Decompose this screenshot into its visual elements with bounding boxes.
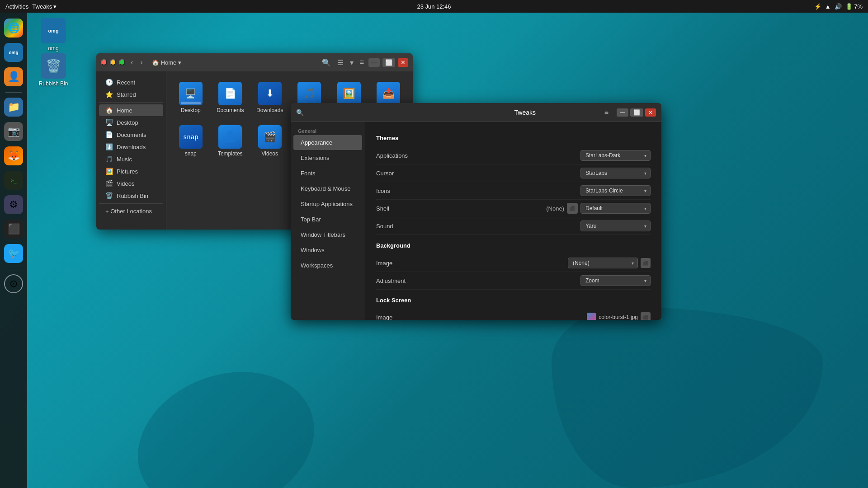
sidebar-item-home[interactable]: 🏠 Home (99, 104, 163, 116)
dock-item-camera[interactable]: 📷 (3, 121, 24, 142)
file-item-templates[interactable]: 👤 Templates (213, 122, 248, 160)
dock-item-omg[interactable]: omg (3, 42, 24, 63)
icons-dropdown-arrow: ▾ (644, 188, 646, 193)
sidebar-item-rubbish-bin[interactable]: 🗑️ Rubbish Bin (99, 190, 163, 202)
sound-theme-dropdown[interactable]: Yaru ▾ (580, 221, 651, 231)
music-sidebar-icon: 🎵 (105, 155, 113, 163)
file-item-desktop[interactable]: 🖥️ Desktop (173, 78, 208, 117)
sidebar-item-music[interactable]: 🎵 Music (99, 153, 163, 165)
shell-icon-button[interactable]: ⬛ (567, 203, 578, 214)
sidebar-item-other-locations[interactable]: + Other Locations (99, 206, 163, 217)
tweaks-maximize-btn[interactable]: ⬜ (630, 108, 643, 117)
lock-screen-image-picker-button[interactable]: ⬛ (641, 312, 651, 320)
sound-theme-label: Sound (376, 223, 393, 230)
dock-item-twitter[interactable]: 🐦 (3, 243, 24, 264)
pictures-sidebar-label: Pictures (117, 168, 138, 175)
app-menu-button[interactable]: Tweaks ▾ (32, 3, 57, 10)
sidebar-item-documents[interactable]: 📄 Documents (99, 129, 163, 141)
tweaks-sidebar-item-window-titlebars[interactable]: Window Titlebars (293, 227, 362, 242)
music-sidebar-label: Music (117, 156, 132, 163)
tweaks-sidebar: General Appearance Extensions Fonts Keyb… (291, 122, 365, 320)
file-item-videos[interactable]: 🎬 Videos (252, 122, 288, 160)
icons-theme-row: Icons StarLabs-Circle ▾ (376, 182, 651, 200)
dock-item-firefox[interactable]: 🦊 (3, 145, 24, 167)
window-minimize-btn[interactable]: — (368, 58, 380, 67)
sidebar-item-recent[interactable]: 🕐 Recent (99, 76, 163, 88)
avatar-dock-icon: 👤 (4, 67, 23, 86)
cursor-theme-label: Cursor (376, 170, 394, 177)
tweaks-menu-button[interactable]: ≡ (604, 108, 609, 117)
breadcrumb-arrow: ▾ (178, 59, 181, 66)
minimize-button[interactable]: - (110, 59, 116, 66)
sidebar-item-downloads[interactable]: ⬇️ Downloads (99, 141, 163, 153)
desktop-icon-omg[interactable]: omg omg (35, 18, 71, 52)
background-adjustment-dropdown[interactable]: Zoom ▾ (580, 275, 651, 286)
titlebar-actions: 🔍 ☰ ▾ ≡ — ⬜ ✕ (320, 57, 408, 68)
maximize-button[interactable]: + (119, 59, 125, 66)
datetime-label: 23 Jun 12:46 (417, 3, 451, 10)
tweaks-sidebar-item-startup-applications[interactable]: Startup Applications (293, 197, 362, 211)
desktop-icon-rubbish-bin[interactable]: 🗑️ Rubbish Bin (35, 53, 71, 87)
view-dropdown-button[interactable]: ▾ (348, 57, 355, 68)
background-adjustment-value: Zoom (585, 277, 599, 284)
rubbish-bin-sidebar-label: Rubbish Bin (117, 192, 148, 199)
applications-theme-dropdown[interactable]: StarLabs-Dark ▾ (580, 150, 651, 161)
dock-item-terminal[interactable]: >_ (3, 169, 24, 191)
sidebar-item-pictures[interactable]: 🖼️ Pictures (99, 165, 163, 177)
sidebar-item-starred[interactable]: ⭐ Starred (99, 89, 163, 100)
pictures-folder-icon: 🖼️ (337, 82, 361, 105)
tweaks-sidebar-item-top-bar[interactable]: Top Bar (293, 212, 362, 227)
shell-theme-dropdown[interactable]: Default ▾ (580, 203, 651, 214)
tweaks-sidebar-item-workspaces[interactable]: Workspaces (293, 258, 362, 273)
dock-item-launcher[interactable]: ⬛ (3, 218, 24, 240)
cursor-theme-dropdown[interactable]: StarLabs ▾ (580, 168, 651, 178)
public-folder-icon: 📤 (377, 82, 400, 105)
close-button[interactable]: × (101, 59, 107, 66)
activities-button[interactable]: Activities (5, 3, 28, 10)
tweaks-sidebar-item-extensions[interactable]: Extensions (293, 150, 362, 165)
documents-folder-label: Documents (217, 107, 244, 113)
desktop-folder-icon: 🖥️ (179, 82, 203, 105)
dock-item-tweaks[interactable]: ⚙ (3, 194, 24, 216)
back-button[interactable]: ‹ (129, 57, 135, 67)
file-item-downloads[interactable]: ⬇ Downloads (252, 78, 288, 117)
dock-item-apps[interactable]: ⊙ (3, 273, 24, 295)
view-toggle-button[interactable]: ☰ (335, 57, 345, 68)
files-dock-icon: 📁 (4, 98, 23, 117)
documents-folder-icon: 📄 (218, 82, 242, 105)
dock-item-chrome[interactable]: 🌐 (3, 17, 24, 39)
extensions-label: Extensions (301, 155, 330, 161)
window-close-btn[interactable]: ✕ (398, 58, 408, 67)
forward-button[interactable]: › (138, 57, 144, 67)
tweaks-minimize-btn[interactable]: — (617, 108, 628, 117)
breadcrumb-home-label: Home (161, 59, 177, 66)
rubbish-bin-desktop-label: Rubbish Bin (39, 80, 68, 87)
background-image-picker-button[interactable]: ⬛ (641, 258, 651, 268)
sidebar-item-desktop[interactable]: 🖥️ Desktop (99, 117, 163, 128)
dock-item-avatar[interactable]: 👤 (3, 66, 24, 88)
icons-theme-dropdown[interactable]: StarLabs-Circle ▾ (580, 185, 651, 196)
pictures-sidebar-icon: 🖼️ (105, 168, 113, 175)
tweaks-sidebar-item-fonts[interactable]: Fonts (293, 166, 362, 181)
window-maximize-btn[interactable]: ⬜ (382, 58, 395, 67)
applications-dropdown-arrow: ▾ (644, 153, 646, 158)
tweaks-close-btn[interactable]: ✕ (645, 108, 656, 117)
dock-item-files[interactable]: 📁 (3, 96, 24, 118)
appearance-label: Appearance (301, 139, 332, 146)
background-image-value: (None) (573, 260, 590, 266)
tweaks-sidebar-item-appearance[interactable]: Appearance (293, 135, 362, 150)
launcher-dock-icon: ⬛ (4, 220, 23, 239)
file-item-snap[interactable]: snap snap (173, 122, 208, 160)
lock-screen-image-actions: color-burst-1.jpg ⬛ (587, 312, 651, 320)
search-button[interactable]: 🔍 (320, 57, 333, 68)
wifi-icon: ▲ (825, 3, 831, 10)
tweaks-sidebar-item-keyboard-mouse[interactable]: Keyboard & Mouse (293, 181, 362, 196)
background-image-dropdown[interactable]: (None) ▾ (568, 258, 638, 268)
file-item-documents[interactable]: 📄 Documents (213, 78, 248, 117)
tweaks-content-area: Themes Applications StarLabs-Dark ▾ Curs… (365, 122, 661, 320)
downloads-folder-icon: ⬇ (258, 82, 282, 105)
sidebar-separator-2 (99, 203, 163, 204)
sidebar-item-videos[interactable]: 🎬 Videos (99, 178, 163, 189)
tweaks-sidebar-item-windows[interactable]: Windows (293, 243, 362, 258)
menu-button[interactable]: ≡ (358, 57, 366, 67)
